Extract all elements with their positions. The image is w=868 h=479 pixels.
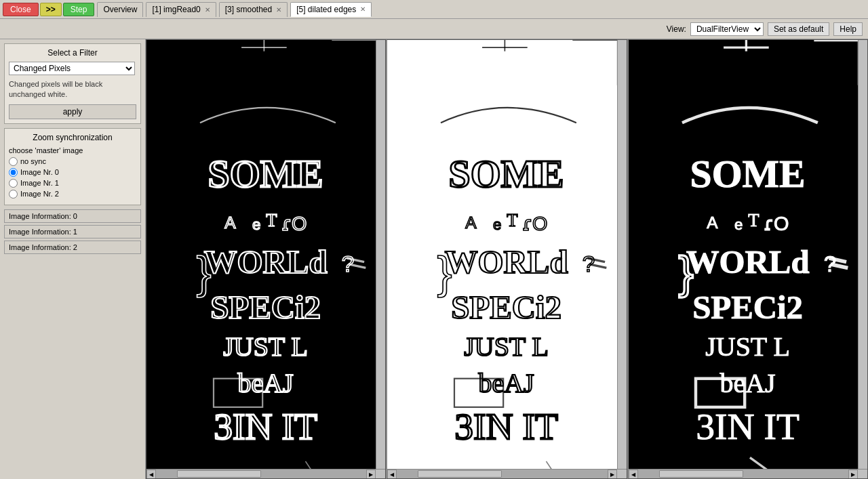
svg-text:T: T bbox=[266, 210, 277, 230]
image-0-hscrollbar[interactable]: ◀ ▶ bbox=[146, 469, 385, 478]
filter-select-row: Changed Pixels Difference Blur Sharpen bbox=[9, 62, 136, 75]
left-panel: Select a Filter Changed Pixels Differenc… bbox=[0, 39, 146, 479]
tab-imgread0-close[interactable]: ✕ bbox=[205, 6, 210, 14]
set-default-button[interactable]: Set as default bbox=[768, 22, 829, 36]
image-1-hscrollbar[interactable]: ◀ ▶ bbox=[387, 469, 626, 478]
svg-text:e: e bbox=[734, 216, 743, 233]
svg-text:WORLd: WORLd bbox=[445, 243, 568, 280]
scroll-right-1[interactable]: ▶ bbox=[608, 470, 617, 479]
svg-text:WORLd: WORLd bbox=[204, 243, 328, 280]
filter-select[interactable]: Changed Pixels Difference Blur Sharpen bbox=[9, 62, 135, 75]
svg-text:SPECi2: SPECi2 bbox=[692, 289, 803, 326]
apply-button[interactable]: apply bbox=[9, 104, 136, 119]
scroll-corner-2 bbox=[858, 470, 867, 479]
image-1-scroll-area[interactable]: SOME A e T ɾO WORLd ? } SPECi2 JUST L be… bbox=[387, 40, 626, 469]
scroll-corner-1 bbox=[617, 470, 627, 479]
image-info-0-button[interactable]: Image Information: 0 bbox=[4, 209, 141, 223]
image-content-area: SOME A e T ɾO WORLd ? } SPECi2 JUST L bbox=[146, 39, 868, 479]
svg-text:}: } bbox=[678, 247, 693, 297]
tab-smoothed[interactable]: [3] smoothed ✕ bbox=[219, 2, 288, 17]
svg-text:3IN IT: 3IN IT bbox=[455, 406, 559, 447]
image-0-vscrollbar[interactable] bbox=[376, 40, 385, 469]
image-panel-1[interactable]: SOME A e T ɾO WORLd ? } SPECi2 JUST L be… bbox=[386, 39, 627, 479]
close-button[interactable]: Close bbox=[3, 3, 39, 16]
image-2-scroll-area[interactable]: SOME A e T ɾO WORLd ? } SPECi2 JUST L be… bbox=[629, 40, 867, 469]
image-panel-0[interactable]: SOME A e T ɾO WORLd ? } SPECi2 JUST L bbox=[146, 39, 386, 479]
view-select[interactable]: DualFilterView SingleView TripleView bbox=[690, 22, 764, 36]
zoom-section-title: Zoom synchronization bbox=[9, 133, 136, 142]
step-button[interactable]: Step bbox=[63, 3, 95, 16]
svg-text:e: e bbox=[252, 216, 260, 233]
image-1-svg: SOME A e T ɾO WORLd ? } SPECi2 JUST L be… bbox=[387, 40, 626, 469]
image-2-hscrollbar[interactable]: ◀ ▶ bbox=[629, 469, 867, 478]
view-toolbar: View: DualFilterView SingleView TripleVi… bbox=[0, 19, 868, 39]
scroll-right-0[interactable]: ▶ bbox=[366, 470, 376, 479]
image-0-scroll-area[interactable]: SOME A e T ɾO WORLd ? } SPECi2 JUST L bbox=[146, 40, 385, 469]
scroll-track-1[interactable] bbox=[397, 470, 607, 478]
help-button[interactable]: Help bbox=[833, 22, 863, 36]
radio-img2-label: Image Nr. 2 bbox=[20, 190, 59, 198]
scroll-left-2[interactable]: ◀ bbox=[629, 470, 638, 479]
radio-img2: Image Nr. 2 bbox=[9, 190, 136, 199]
svg-text:beAJ: beAJ bbox=[719, 368, 775, 398]
svg-text:A: A bbox=[707, 213, 718, 232]
radio-no-sync-label: no sync bbox=[20, 157, 46, 165]
image-2-svg: SOME A e T ɾO WORLd ? } SPECi2 JUST L be… bbox=[629, 40, 867, 469]
svg-text:ɾO: ɾO bbox=[522, 213, 547, 234]
scroll-right-2[interactable]: ▶ bbox=[848, 470, 858, 479]
svg-text:T: T bbox=[748, 210, 759, 230]
radio-img2-input[interactable] bbox=[9, 190, 18, 199]
svg-text:}: } bbox=[196, 247, 211, 297]
radio-img1-input[interactable] bbox=[9, 179, 18, 188]
svg-text:SOME: SOME bbox=[449, 152, 564, 195]
scroll-left-1[interactable]: ◀ bbox=[387, 470, 397, 479]
scroll-track-0[interactable] bbox=[156, 470, 366, 478]
svg-text:SOME: SOME bbox=[208, 152, 323, 195]
radio-img1-label: Image Nr. 1 bbox=[20, 179, 59, 187]
tab-smoothed-label: [3] smoothed bbox=[225, 5, 272, 14]
main-content: Select a Filter Changed Pixels Differenc… bbox=[0, 39, 868, 479]
zoom-section: Zoom synchronization choose 'master' ima… bbox=[4, 128, 141, 205]
forward-button[interactable]: >> bbox=[40, 3, 62, 16]
svg-text:ɾO: ɾO bbox=[281, 213, 307, 234]
tab-dilated-edges-label: [5] dilated edges bbox=[296, 5, 356, 14]
filter-description: Changed pixels will be black unchanged w… bbox=[9, 79, 136, 100]
radio-no-sync: no sync bbox=[9, 157, 136, 166]
image-panel-2[interactable]: SOME A e T ɾO WORLd ? } SPECi2 JUST L be… bbox=[627, 39, 868, 479]
tab-dilated-edges[interactable]: [5] dilated edges ✕ bbox=[290, 2, 372, 17]
radio-img0: Image Nr. 0 bbox=[9, 168, 136, 177]
svg-text:A: A bbox=[466, 213, 477, 232]
tab-overview-label: Overview bbox=[103, 5, 137, 14]
radio-no-sync-input[interactable] bbox=[9, 157, 18, 166]
svg-text:A: A bbox=[224, 213, 236, 232]
svg-text:JUST L: JUST L bbox=[705, 331, 790, 362]
svg-text:3IN IT: 3IN IT bbox=[696, 406, 800, 447]
tab-dilated-edges-close[interactable]: ✕ bbox=[360, 5, 366, 13]
filter-section: Select a Filter Changed Pixels Differenc… bbox=[4, 43, 141, 124]
tab-imgread0[interactable]: [1] imgRead0 ✕ bbox=[146, 2, 216, 17]
radio-img0-label: Image Nr. 0 bbox=[20, 168, 59, 176]
scroll-left-0[interactable]: ◀ bbox=[146, 470, 156, 479]
choose-master-label: choose 'master' image bbox=[9, 146, 136, 154]
tab-imgread0-label: [1] imgRead0 bbox=[152, 5, 200, 14]
image-2-vscrollbar[interactable] bbox=[858, 40, 867, 469]
image-1-vscrollbar[interactable] bbox=[617, 40, 627, 469]
svg-text:}: } bbox=[437, 247, 452, 297]
scroll-track-2[interactable] bbox=[638, 470, 848, 478]
svg-text:SOME: SOME bbox=[690, 152, 805, 195]
svg-text:T: T bbox=[507, 210, 518, 230]
svg-text:ɾO: ɾO bbox=[764, 213, 789, 234]
svg-text:e: e bbox=[493, 216, 501, 233]
tab-overview[interactable]: Overview bbox=[97, 2, 143, 17]
main-toolbar: Close >> Step Overview [1] imgRead0 ✕ [3… bbox=[0, 0, 868, 19]
image-info-2-button[interactable]: Image Information: 2 bbox=[4, 241, 141, 254]
image-0-svg: SOME A e T ɾO WORLd ? } SPECi2 JUST L bbox=[146, 40, 385, 469]
svg-text:SPECi2: SPECi2 bbox=[451, 289, 561, 326]
svg-text:3IN IT: 3IN IT bbox=[214, 406, 317, 447]
svg-text:SPECi2: SPECi2 bbox=[210, 289, 321, 326]
svg-text:beAJ: beAJ bbox=[238, 368, 294, 398]
radio-img0-input[interactable] bbox=[9, 168, 18, 177]
svg-text:beAJ: beAJ bbox=[479, 368, 534, 398]
image-info-1-button[interactable]: Image Information: 1 bbox=[4, 225, 141, 238]
tab-smoothed-close[interactable]: ✕ bbox=[276, 6, 281, 14]
